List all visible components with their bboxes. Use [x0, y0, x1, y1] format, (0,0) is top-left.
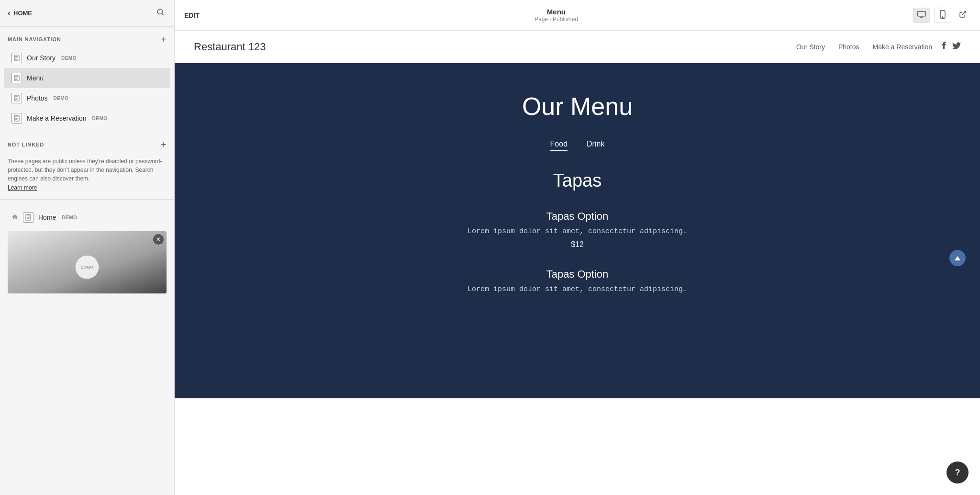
main-nav-section-header: MAIN NAVIGATION +	[0, 27, 174, 48]
site-nav-reservation[interactable]: Make a Reservation	[872, 43, 932, 51]
nav-item-badge: DEMO	[54, 96, 69, 101]
facebook-icon[interactable]	[942, 41, 947, 52]
nav-item-label: Photos	[27, 94, 48, 102]
add-icon: +	[161, 139, 167, 150]
not-linked-description: These pages are public unless they're di…	[8, 157, 167, 183]
menu-item-1: Tapas Option Lorem ipsum dolor sit amet,…	[434, 210, 721, 249]
menu-section-title: Tapas	[553, 170, 601, 191]
nav-item-our-story[interactable]: Our Story DEMO	[4, 48, 170, 68]
not-linked-header: NOT LINKED +	[8, 136, 167, 153]
back-button[interactable]: ‹ HOME	[8, 8, 154, 18]
preview-close-button[interactable]: ✕	[153, 234, 164, 245]
menu-item-name-2: Tapas Option	[434, 268, 721, 281]
menu-page-title: Our Menu	[522, 92, 633, 121]
site-nav-photos[interactable]: Photos	[838, 43, 859, 51]
mobile-view-button[interactable]	[934, 8, 951, 23]
nav-item-make-reservation[interactable]: Make a Reservation DEMO	[4, 108, 170, 128]
nav-item-label: Make a Reservation	[27, 114, 87, 122]
site-nav-social	[942, 41, 961, 52]
nav-item-photos[interactable]: Photos DEMO	[4, 88, 170, 108]
nav-item-label: Menu	[27, 74, 44, 82]
site-nav: Restaurant 123 Our Story Photos Make a R…	[175, 31, 980, 63]
website-preview: Restaurant 123 Our Story Photos Make a R…	[175, 31, 980, 495]
page-icon	[23, 212, 33, 223]
edit-button[interactable]: EDIT	[184, 11, 200, 19]
page-icon	[11, 93, 22, 103]
not-linked-section: NOT LINKED + These pages are public unle…	[0, 136, 174, 191]
preview-logo-circle: LOGO	[75, 255, 99, 279]
help-icon: ?	[955, 468, 960, 478]
menu-item-2: Tapas Option Lorem ipsum dolor sit amet,…	[434, 268, 721, 298]
sidebar: ‹ HOME MAIN NAVIGATION + Our Story DEMO	[0, 0, 175, 495]
page-title: Menu	[200, 8, 913, 16]
main-nav-section-label: MAIN NAVIGATION	[8, 36, 61, 42]
help-button[interactable]: ?	[947, 461, 969, 484]
bottom-preview: LOGO ✕	[8, 231, 167, 293]
svg-line-27	[962, 11, 966, 15]
svg-line-1	[162, 13, 163, 15]
scroll-to-top-button[interactable]	[949, 250, 966, 266]
nav-item-menu[interactable]: Menu	[4, 68, 170, 88]
scroll-up-icon	[955, 254, 960, 262]
nav-item-label: Home	[38, 214, 56, 221]
menu-item-price-1: $12	[434, 240, 721, 249]
menu-tab-drink[interactable]: Drink	[587, 140, 604, 151]
menu-item-desc-2: Lorem ipsum dolor sit amet, consectetur …	[434, 285, 721, 293]
menu-tabs: Food Drink	[550, 140, 605, 151]
menu-tab-food[interactable]: Food	[550, 140, 568, 151]
svg-rect-22	[918, 11, 926, 16]
external-link-button[interactable]	[955, 9, 970, 22]
desktop-view-button[interactable]	[913, 8, 930, 23]
external-link-icon	[959, 11, 967, 20]
close-icon: ✕	[156, 236, 161, 243]
add-not-linked-button[interactable]: +	[161, 140, 167, 149]
nav-item-badge: DEMO	[62, 215, 77, 220]
back-label: HOME	[13, 10, 32, 17]
preview-image-inner: LOGO	[8, 231, 167, 293]
sidebar-divider	[0, 199, 174, 200]
back-chevron-icon: ‹	[8, 8, 11, 18]
site-logo: Restaurant 123	[194, 41, 266, 53]
top-bar: EDIT Menu Page · Published	[175, 0, 980, 31]
page-icon	[11, 113, 22, 124]
top-bar-center: Menu Page · Published	[200, 8, 913, 22]
add-icon: +	[161, 34, 167, 45]
site-nav-links: Our Story Photos Make a Reservation	[796, 43, 932, 51]
svg-point-0	[157, 9, 163, 14]
menu-item-desc-1: Lorem ipsum dolor sit amet, consectetur …	[434, 227, 721, 236]
not-linked-label: NOT LINKED	[8, 142, 44, 147]
sidebar-top-bar: ‹ HOME	[0, 0, 174, 27]
search-button[interactable]	[154, 6, 167, 21]
menu-item-name-1: Tapas Option	[434, 210, 721, 223]
main-area: EDIT Menu Page · Published	[175, 0, 980, 495]
search-icon	[156, 9, 165, 18]
mobile-icon	[940, 10, 946, 21]
add-nav-item-button[interactable]: +	[161, 34, 167, 44]
page-status: Page · Published	[200, 16, 913, 22]
twitter-icon[interactable]	[952, 42, 961, 52]
desktop-icon	[917, 11, 926, 20]
page-icon	[11, 53, 22, 63]
menu-content: Our Menu Food Drink Tapas Tapas Option L…	[175, 63, 980, 398]
nav-item-label: Our Story	[27, 54, 56, 62]
nav-item-badge: DEMO	[61, 56, 77, 61]
svg-point-26	[942, 16, 943, 17]
nav-item-home[interactable]: Home DEMO	[4, 207, 170, 227]
top-bar-right	[913, 8, 970, 23]
site-nav-our-story[interactable]: Our Story	[796, 43, 825, 51]
page-icon	[11, 73, 22, 83]
svg-marker-28	[955, 256, 960, 260]
home-icon	[11, 214, 18, 222]
nav-item-badge: DEMO	[92, 116, 108, 121]
preview-image: LOGO	[8, 231, 167, 293]
learn-more-link[interactable]: Learn more	[8, 184, 37, 191]
